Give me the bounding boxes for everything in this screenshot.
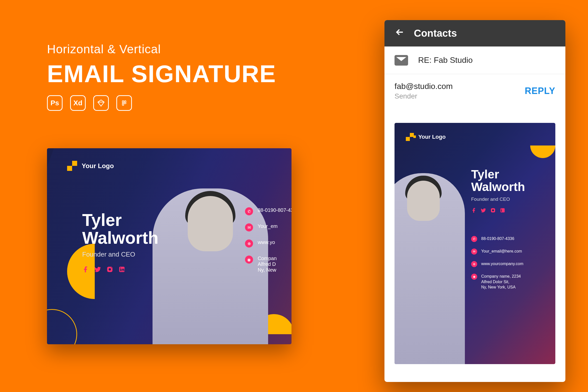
web-value: www.yo	[258, 239, 275, 245]
email-icon: ✉	[245, 223, 253, 231]
email-subject-row[interactable]: RE: Fab Studio	[384, 46, 565, 74]
address-value: Company name, 2234 Alfred Dolor Sit, Ny,…	[481, 274, 521, 290]
person-name-first: Tyler	[82, 211, 158, 229]
reply-button[interactable]: REPLY	[525, 86, 555, 96]
phone-value: 88-0190-807-4336	[258, 207, 291, 213]
person-role: Founder and CEO	[82, 251, 158, 258]
person-role: Founder and CEO	[471, 197, 544, 202]
envelope-icon	[395, 55, 408, 66]
globe-icon: ⊕	[245, 239, 253, 248]
logo-text: Your Logo	[418, 134, 446, 140]
person-name-last: Walworth	[471, 181, 544, 193]
marketing-headline-block: Horizontal & Vertical EMAIL SIGNATURE Ps…	[47, 42, 276, 111]
xd-icon: Xd	[70, 95, 86, 111]
contact-list: ✆ 88-0190-807-4336 ✉ Your_email@here.com…	[471, 236, 544, 290]
sender-row: fab@studio.com Sender REPLY	[384, 74, 565, 108]
facebook-icon[interactable]	[82, 266, 89, 275]
email-icon: ✉	[471, 249, 477, 255]
email-value: Your_email@here.com	[481, 249, 522, 254]
decorative-half-circle-top	[530, 145, 555, 158]
linkedin-icon[interactable]	[500, 208, 505, 215]
sender-info: fab@studio.com Sender	[395, 82, 453, 100]
svg-point-15	[501, 209, 502, 210]
phone-icon: ✆	[245, 207, 253, 215]
svg-point-12	[492, 209, 494, 211]
logo-mark-icon	[67, 161, 77, 171]
svg-point-4	[122, 104, 124, 106]
phone-app-bar: Contacts	[384, 20, 565, 46]
logo-text: Your Logo	[82, 162, 114, 170]
sender-label: Sender	[395, 92, 453, 100]
location-icon: ◉	[471, 274, 477, 280]
person-name-last: Walworth	[82, 229, 158, 247]
globe-icon: ⊕	[471, 261, 477, 267]
name-title-block: Tyler Walworth Founder and CEO	[471, 168, 544, 215]
svg-point-6	[109, 268, 111, 270]
facebook-icon[interactable]	[471, 208, 477, 215]
signature-card-horizontal: Your Logo Tyler Walworth Founder and CEO…	[47, 148, 291, 344]
instagram-icon[interactable]	[490, 208, 496, 215]
svg-rect-13	[501, 208, 505, 213]
person-name-first: Tyler	[471, 168, 544, 181]
phone-value: 88-0190-807-4336	[481, 236, 514, 241]
sender-email: fab@studio.com	[395, 82, 453, 91]
back-arrow-icon[interactable]	[395, 27, 405, 40]
email-value: Your_em	[258, 223, 277, 229]
contact-email: ✉ Your_email@here.com	[471, 249, 544, 255]
twitter-icon[interactable]	[481, 208, 486, 215]
instagram-icon[interactable]	[106, 266, 113, 275]
phone-mockup: Contacts RE: Fab Studio fab@studio.com S…	[384, 20, 565, 382]
photoshop-icon: Ps	[47, 95, 63, 111]
app-bar-title: Contacts	[414, 28, 457, 39]
figma-icon	[116, 95, 132, 111]
contact-phone: ✆ 88-0190-807-4336	[471, 236, 544, 242]
social-icons-row	[471, 208, 544, 215]
contact-phone: ✆ 88-0190-807-4336	[245, 207, 291, 215]
svg-point-3	[124, 102, 126, 104]
svg-rect-9	[120, 269, 121, 271]
svg-rect-14	[501, 210, 502, 212]
name-title-block: Tyler Walworth Founder and CEO	[82, 211, 158, 275]
logo-mark-icon	[406, 133, 414, 141]
contact-list: ✆ 88-0190-807-4336 ✉ Your_em ⊕ www.yo ◉ …	[245, 207, 291, 273]
web-value: www.yourcompany.com	[481, 261, 523, 267]
sketch-icon	[93, 95, 109, 111]
svg-point-7	[111, 267, 112, 268]
contact-address: ◉ Compan Alfred D Ny, New	[245, 256, 291, 273]
location-icon: ◉	[245, 256, 253, 264]
logo-block: Your Logo	[406, 133, 446, 141]
social-icons-row	[82, 266, 158, 275]
logo-block: Your Logo	[67, 161, 114, 171]
phone-icon: ✆	[471, 236, 477, 242]
contact-web: ⊕ www.yo	[245, 239, 291, 248]
svg-point-10	[120, 267, 121, 268]
linkedin-icon[interactable]	[118, 266, 125, 275]
address-value: Compan Alfred D Ny, New	[258, 256, 277, 273]
subtitle-text: Horizontal & Vertical	[47, 42, 276, 56]
contact-email: ✉ Your_em	[245, 223, 291, 231]
email-subject-text: RE: Fab Studio	[418, 56, 473, 65]
contact-web: ⊕ www.yourcompany.com	[471, 261, 544, 267]
title-text: EMAIL SIGNATURE	[47, 60, 276, 88]
signature-card-vertical: Your Logo Tyler Walworth Founder and CEO…	[395, 123, 555, 364]
twitter-icon[interactable]	[94, 266, 101, 275]
person-photo	[395, 173, 465, 364]
contact-address: ◉ Company name, 2234 Alfred Dolor Sit, N…	[471, 274, 544, 290]
tool-icon-row: Ps Xd	[47, 95, 276, 111]
